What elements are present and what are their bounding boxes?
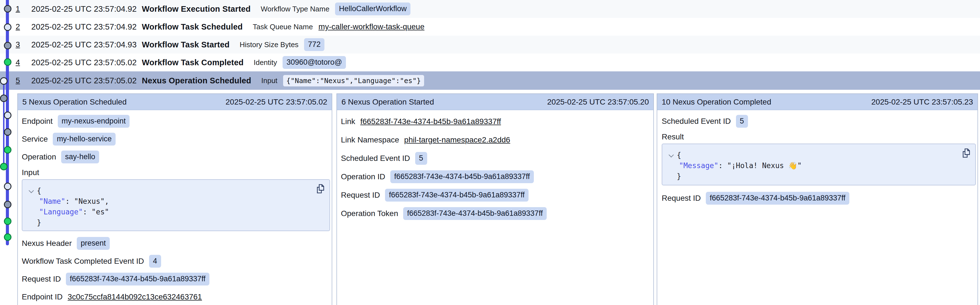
field-label: Nexus Header [22, 239, 72, 248]
event-field-label: History Size Bytes [240, 40, 299, 49]
timeline-marker-gray[interactable] [4, 42, 11, 49]
field-value-badge: f665283f-743e-4374-b45b-9a61a89337ff [390, 170, 534, 183]
json-line: } [29, 217, 329, 228]
field-value-badge: 5 [736, 115, 748, 127]
panel-timestamp: 2025-02-25 UTC 23:57:05.20 [547, 98, 649, 106]
timeline-marker-gray[interactable] [4, 128, 11, 136]
field-value-badge: 4 [149, 255, 161, 267]
collapse-chevron-icon[interactable] [29, 185, 37, 196]
field-label: Request ID [662, 194, 701, 203]
field-label: Endpoint ID [22, 292, 62, 301]
event-timestamp: 2025-02-25 UTC 23:57:04.92 [31, 22, 142, 32]
field-value-badge: my-hello-service [53, 133, 116, 145]
detail-row-request-id: Request ID f665283f-743e-4374-b45b-9a61a… [341, 186, 652, 204]
json-sep: : [83, 208, 92, 216]
event-field-value-badge: 30960@totoro@ [283, 56, 346, 69]
task-queue-link[interactable]: my-caller-workflow-task-queue [318, 22, 425, 31]
panel-nexus-operation-completed: 10 Nexus Operation Completed 2025-02-25 … [657, 93, 978, 305]
event-row-4[interactable]: 4 2025-02-25 UTC 23:57:05.02 Workflow Ta… [0, 54, 980, 71]
json-line: "Name": "Nexus", [29, 196, 329, 207]
timeline-marker-light[interactable] [4, 24, 11, 31]
field-label: Operation [22, 153, 56, 161]
field-value-badge: f665283f-743e-4374-b45b-9a61a89337ff [66, 273, 209, 285]
field-value-badge: my-nexus-endpoint [58, 115, 130, 127]
json-line: "Language": "es" [29, 207, 329, 217]
json-brace: } [677, 172, 681, 180]
json-key: "Language" [39, 208, 83, 216]
copy-button[interactable] [316, 184, 325, 194]
timeline-marker-light[interactable] [4, 183, 11, 190]
panel-header: 6 Nexus Operation Started 2025-02-25 UTC… [337, 94, 653, 110]
json-line: { [668, 150, 975, 160]
field-label: Endpoint [22, 117, 53, 126]
timeline-marker-green[interactable] [4, 146, 11, 153]
timeline-main-line [6, 0, 9, 245]
field-label: Workflow Task Completed Event ID [22, 257, 144, 266]
detail-row-nexus-header: Nexus Header present [22, 234, 330, 252]
detail-row-wft-completed-event-id: Workflow Task Completed Event ID 4 [22, 252, 330, 270]
timeline-marker-gray[interactable] [4, 5, 11, 13]
panel-timestamp: 2025-02-25 UTC 23:57:05.02 [226, 98, 327, 106]
event-timestamp: 2025-02-25 UTC 23:57:04.93 [31, 40, 142, 49]
json-line: } [668, 171, 975, 182]
timeline-marker-green[interactable] [0, 163, 8, 170]
json-value: "es" [92, 208, 109, 216]
field-label: Scheduled Event ID [662, 117, 731, 126]
link-namespace-value[interactable]: phil-target-namespace2.a2dd6 [404, 136, 511, 144]
json-sep: : [718, 161, 727, 170]
panel-title: 10 Nexus Operation Completed [662, 98, 771, 106]
panel-header: 5 Nexus Operation Scheduled 2025-02-25 U… [18, 94, 332, 110]
timeline-marker-green[interactable] [4, 218, 11, 225]
event-title: Workflow Task Started [142, 40, 229, 49]
input-json-viewer: { "Name": "Nexus", "Language": "es" } [22, 179, 330, 231]
event-id-link[interactable]: 1 [16, 5, 22, 13]
field-label: Operation ID [341, 172, 385, 181]
timeline-marker-gray[interactable] [0, 95, 8, 102]
timeline-marker-white[interactable] [0, 77, 8, 85]
link-value[interactable]: f665283f-743e-4374-b45b-9a61a89337ff [360, 117, 501, 126]
event-row-3[interactable]: 3 2025-02-25 UTC 23:57:04.93 Workflow Ta… [0, 36, 980, 54]
timeline-marker-gray[interactable] [4, 201, 11, 208]
json-value: "Nexus", [74, 197, 109, 205]
field-value-badge: f665283f-743e-4374-b45b-9a61a89337ff [403, 207, 547, 220]
detail-row-scheduled-event-id: Scheduled Event ID 5 [662, 112, 976, 130]
event-field-label: Task Queue Name [253, 22, 313, 31]
event-row-5-selected[interactable]: 5 2025-02-25 UTC 23:57:05.02 Nexus Opera… [0, 71, 980, 90]
event-timestamp: 2025-02-25 UTC 23:57:04.92 [31, 5, 142, 14]
json-key: "Name" [39, 197, 65, 205]
event-row-2[interactable]: 2 2025-02-25 UTC 23:57:04.92 Workflow Ta… [0, 18, 980, 36]
event-id-link[interactable]: 5 [16, 76, 22, 85]
endpoint-id-link[interactable]: 3c0c75ccfa8144b092c13ce632463761 [68, 292, 202, 301]
input-label: Input [22, 166, 330, 179]
event-timestamp: 2025-02-25 UTC 23:57:05.02 [31, 76, 142, 85]
timeline-marker-light[interactable] [4, 112, 11, 119]
detail-row-operation-id: Operation ID f665283f-743e-4374-b45b-9a6… [341, 168, 652, 186]
timeline-marker-green[interactable] [4, 233, 11, 241]
event-id-link[interactable]: 4 [16, 58, 22, 67]
timeline-branch-line [3, 81, 5, 166]
event-id-link[interactable]: 2 [16, 22, 22, 31]
event-field-label: Input [261, 76, 277, 85]
field-label: Scheduled Event ID [341, 154, 410, 163]
field-label: Service [22, 135, 48, 144]
detail-row-request-id: Request ID f665283f-743e-4374-b45b-9a61a… [22, 270, 330, 288]
detail-row-request-id: Request ID f665283f-743e-4374-b45b-9a61a… [662, 189, 976, 207]
detail-row-service: Service my-hello-service [22, 130, 330, 148]
event-field-value-badge: HelloCallerWorkflow [335, 3, 411, 15]
detail-row-link-namespace: Link Namespace phil-target-namespace2.a2… [341, 131, 652, 149]
detail-row-operation-token: Operation Token f665283f-743e-4374-b45b-… [341, 204, 652, 223]
copy-button[interactable] [962, 148, 971, 159]
json-value: "¡Hola! Nexus 👋" [727, 161, 802, 170]
field-label: Link [341, 117, 355, 126]
field-label: Request ID [341, 191, 380, 200]
event-row-1[interactable]: 1 2025-02-25 UTC 23:57:04.92 Workflow Ex… [0, 0, 980, 18]
detail-row-scheduled-event-id: Scheduled Event ID 5 [341, 149, 652, 168]
result-json-viewer: { "Message": "¡Hola! Nexus 👋" } [662, 144, 976, 185]
timeline-marker-green[interactable] [4, 58, 11, 66]
field-label: Link Namespace [341, 136, 399, 144]
code-block-label: Result [662, 133, 684, 141]
result-label: Result [662, 130, 976, 144]
detail-row-endpoint: Endpoint my-nexus-endpoint [22, 112, 330, 130]
event-id-link[interactable]: 3 [16, 40, 22, 49]
collapse-chevron-icon[interactable] [668, 150, 677, 160]
